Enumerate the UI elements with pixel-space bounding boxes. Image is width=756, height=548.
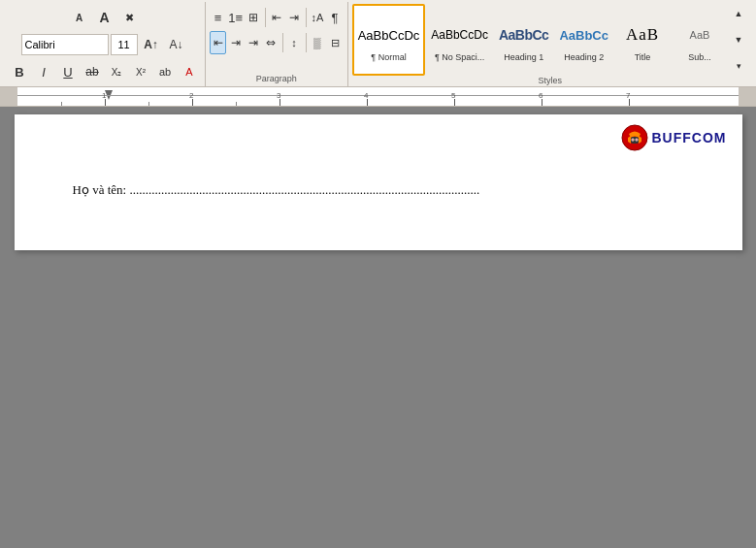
ruler-small-tick2	[148, 102, 149, 106]
font-size-small-btn[interactable]: A	[68, 6, 91, 29]
increase-indent-btn[interactable]: ⇥	[285, 6, 302, 29]
sep1	[265, 8, 266, 27]
ruler-tick-3	[279, 99, 280, 106]
ruler-num-4: 4	[364, 91, 368, 100]
font-size-large-btn[interactable]: A	[93, 6, 116, 29]
style-h2-label: Heading 2	[564, 52, 604, 62]
font-grow-btn[interactable]: A↑	[140, 33, 163, 56]
ruler-baseline	[17, 95, 739, 96]
sep3	[282, 33, 283, 52]
ruler-small-tick	[61, 102, 62, 106]
numbering-btn[interactable]: 1≡	[227, 6, 244, 29]
ruler-num-2: 2	[189, 91, 193, 100]
style-title[interactable]: AaB Title	[614, 4, 671, 76]
sort-btn[interactable]: ↕A	[309, 6, 325, 29]
ruler-small-tick3	[236, 102, 237, 106]
underline-btn[interactable]: U	[56, 60, 80, 83]
sep4	[306, 33, 307, 52]
svg-point-5	[636, 139, 637, 140]
show-formatting-btn[interactable]: ¶	[327, 6, 344, 29]
styles-scroll-down[interactable]: ▼	[731, 32, 746, 48]
doc-line-fullname[interactable]: Họ và tên: .............................…	[73, 182, 684, 198]
document-container: BUFFCOM Họ và tên: .....................…	[0, 107, 756, 548]
style-h1-label: Heading 1	[504, 52, 543, 62]
style-title-label: Title	[635, 52, 651, 62]
ruler-left-margin	[0, 87, 17, 106]
ruler-num-1: 1	[102, 91, 106, 100]
font-size-input[interactable]	[111, 34, 138, 55]
strikethrough-btn[interactable]: ab	[81, 60, 104, 83]
style-nospace-label: ¶ No Spaci...	[435, 52, 484, 62]
superscript-btn[interactable]: X²	[129, 60, 152, 83]
style-sub[interactable]: AaB Sub...	[672, 4, 728, 76]
sep2	[306, 8, 307, 27]
ruler-tick-2	[192, 99, 193, 106]
paragraph-label: Paragraph	[210, 74, 344, 83]
ruler-num-3: 3	[277, 91, 280, 100]
ruler-num-5: 5	[451, 91, 455, 100]
ruler-white-area: 1 2 3 4 5 6 7	[17, 87, 739, 106]
shading-btn[interactable]: ▒	[309, 31, 325, 54]
style-sub-label: Sub...	[688, 52, 711, 62]
font-color-btn[interactable]: A	[178, 60, 201, 83]
bold-btn[interactable]: B	[8, 60, 31, 83]
logo-icon	[621, 124, 648, 151]
align-center-btn[interactable]: ⇥	[227, 31, 244, 54]
toolbar: A A ✖ A↑ A↓ B I U ab X₂ X² ab A	[0, 0, 756, 87]
style-normal-preview: AaBbCcDc	[358, 17, 420, 52]
style-heading1[interactable]: AaBbCc Heading 1	[494, 4, 553, 76]
styles-label: Styles	[352, 76, 748, 85]
doc-content[interactable]: Họ và tên: .............................…	[73, 182, 684, 198]
style-sub-preview: AaB	[690, 17, 710, 52]
style-normal[interactable]: AaBbCcDc ¶ Normal	[352, 4, 426, 76]
svg-point-4	[632, 139, 633, 140]
multilevel-list-btn[interactable]: ⊞	[245, 6, 261, 29]
align-right-btn[interactable]: ⇥	[245, 31, 261, 54]
ruler-right-margin	[739, 87, 756, 106]
borders-btn[interactable]: ⊟	[327, 31, 344, 54]
ruler-tick-4	[367, 99, 368, 106]
align-left-btn[interactable]: ⇤	[210, 31, 226, 54]
line-spacing-btn[interactable]: ↕	[285, 31, 302, 54]
ruler-num-6: 6	[539, 91, 542, 100]
justify-btn[interactable]: ⇔	[263, 31, 279, 54]
style-normal-label: ¶ Normal	[371, 52, 406, 62]
bullets-btn[interactable]: ≡	[210, 6, 226, 29]
style-title-preview: AaB	[626, 17, 659, 52]
ruler-tick-6	[542, 99, 542, 106]
logo-text: BUFFCOM	[652, 130, 727, 145]
italic-btn[interactable]: I	[32, 60, 55, 83]
styles-scroll-up[interactable]: ▲	[731, 6, 746, 21]
ruler-tick-7	[629, 99, 630, 106]
toolbar-main-row: A A ✖ A↑ A↓ B I U ab X₂ X² ab A	[0, 0, 756, 89]
style-heading2[interactable]: AaBbCc Heading 2	[554, 4, 613, 76]
font-shrink-btn[interactable]: A↓	[165, 33, 188, 56]
decrease-indent-btn[interactable]: ⇤	[268, 6, 284, 29]
style-h2-preview: AaBbCc	[559, 17, 608, 52]
styles-expand[interactable]: ▾	[731, 58, 746, 74]
ruler-tick-1	[105, 99, 106, 106]
font-name-input[interactable]	[21, 34, 109, 55]
style-nospace-preview: AaBbCcDc	[431, 17, 488, 52]
clear-format-btn[interactable]: ✖	[118, 6, 142, 29]
ruler: 1 2 3 4 5 6 7	[0, 87, 756, 107]
subscript-btn[interactable]: X₂	[105, 60, 128, 83]
document-page: BUFFCOM Họ và tên: .....................…	[15, 114, 742, 250]
style-nospace[interactable]: AaBbCcDc ¶ No Spaci...	[426, 4, 493, 76]
highlight-btn[interactable]: ab	[153, 60, 177, 83]
ruler-num-7: 7	[626, 91, 630, 100]
style-h1-preview: AaBbCc	[499, 17, 548, 52]
ruler-tick-5	[454, 99, 455, 106]
doc-logo: BUFFCOM	[621, 124, 727, 151]
